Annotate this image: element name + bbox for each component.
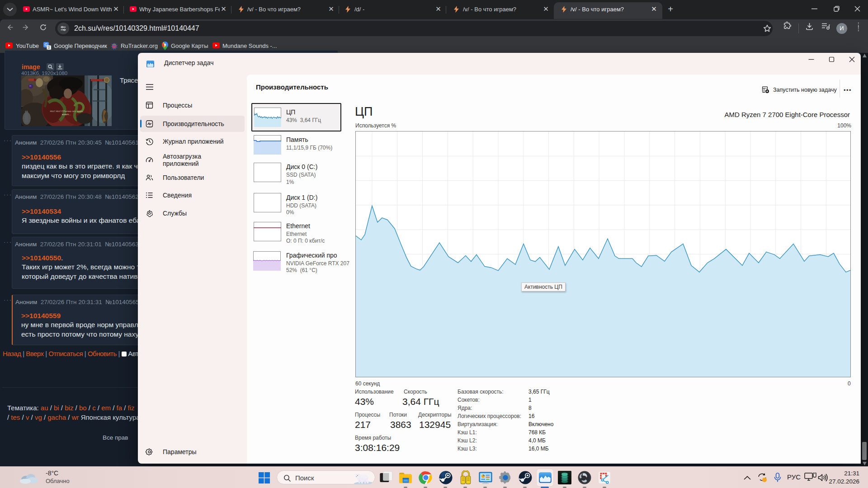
svg-text:живო...: живო... — [62, 113, 71, 116]
svg-text:文: 文 — [47, 46, 51, 50]
svg-text:Hm! Hm! Обычно это вино: Hm! Hm! Обычно это вино — [50, 110, 84, 113]
